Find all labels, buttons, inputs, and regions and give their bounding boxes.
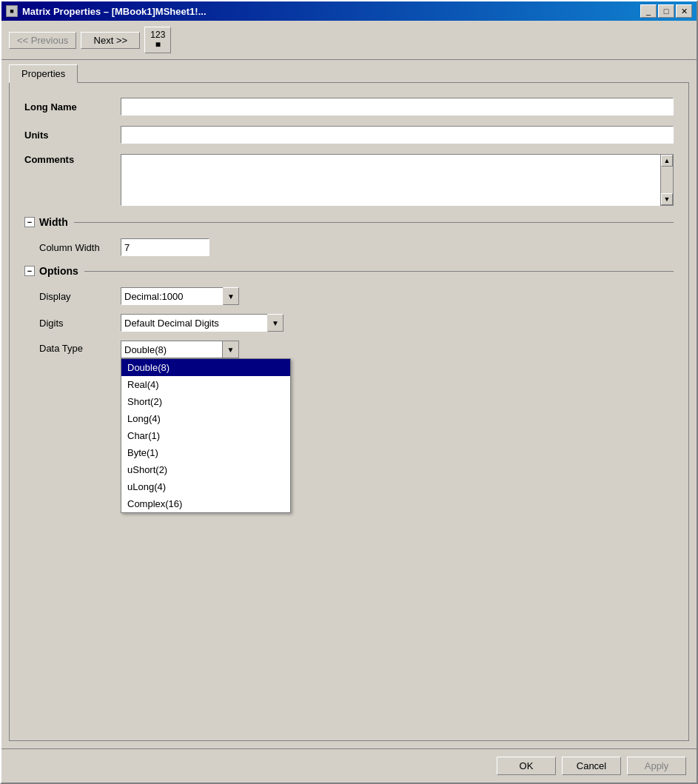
options-section-line — [84, 271, 674, 272]
column-width-input[interactable] — [121, 238, 209, 256]
data-icon: 123■ — [150, 30, 165, 50]
scroll-up-btn[interactable]: ▲ — [661, 155, 673, 167]
data-icon-button[interactable]: 123■ — [144, 27, 171, 53]
title-bar: ■ Matrix Properties – [MBook1]MSheet1!..… — [1, 1, 697, 21]
width-section-title: Width — [39, 216, 68, 228]
display-dropdown-wrapper: Decimal:1000 Decimal:100 Decimal:10 Scie… — [121, 287, 239, 305]
data-type-option-ulong4[interactable]: uLong(4) — [121, 478, 290, 495]
minimize-btn[interactable]: _ — [640, 4, 657, 18]
data-type-option-short2[interactable]: Short(2) — [121, 393, 290, 410]
digits-dropdown-wrapper: Default Decimal Digits 1 2 3 4 5 6 ▼ — [121, 314, 283, 332]
options-collapse-btn[interactable]: − — [24, 266, 35, 276]
units-label: Units — [24, 130, 121, 141]
display-label: Display — [39, 291, 121, 302]
long-name-row: Long Name — [24, 98, 674, 115]
maximize-btn[interactable]: □ — [658, 4, 674, 18]
bottom-bar: OK Cancel Apply — [1, 748, 697, 783]
data-type-selected-value: Double(8) — [121, 343, 222, 357]
scroll-down-btn[interactable]: ▼ — [661, 193, 673, 205]
ok-button[interactable]: OK — [497, 757, 556, 775]
options-section-header: − Options — [24, 265, 674, 277]
toolbar: << Previous Next >> 123■ — [1, 21, 697, 60]
data-type-option-double8[interactable]: Double(8) — [121, 359, 290, 376]
comments-scrollbar: ▲ ▼ — [660, 154, 674, 206]
window-icon: ■ — [6, 5, 18, 17]
cancel-button[interactable]: Cancel — [562, 757, 621, 775]
data-type-dropdown-list: Double(8) Real(4) Short(2) Long(4) Char(… — [121, 358, 291, 513]
data-type-option-long4[interactable]: Long(4) — [121, 410, 290, 427]
digits-label: Digits — [39, 318, 121, 329]
close-btn[interactable]: ✕ — [676, 4, 692, 18]
digits-row: Digits Default Decimal Digits 1 2 3 4 5 … — [24, 314, 674, 332]
apply-button[interactable]: Apply — [627, 757, 686, 775]
data-type-option-complex16[interactable]: Complex(16) — [121, 495, 290, 512]
column-width-label: Column Width — [39, 242, 121, 253]
next-button[interactable]: Next >> — [81, 32, 140, 49]
data-type-option-ushort2[interactable]: uShort(2) — [121, 461, 290, 478]
data-type-dropdown-arrow[interactable]: ▼ — [222, 341, 238, 358]
data-type-row: Data Type Double(8) ▼ Double(8) Real(4) … — [24, 341, 674, 358]
data-type-option-real4[interactable]: Real(4) — [121, 376, 290, 393]
display-select[interactable]: Decimal:1000 Decimal:100 Decimal:10 Scie… — [121, 287, 239, 305]
tab-properties[interactable]: Properties — [9, 64, 78, 83]
data-type-dropdown-btn[interactable]: Double(8) ▼ — [121, 341, 239, 358]
units-row: Units — [24, 126, 674, 144]
data-type-option-char1[interactable]: Char(1) — [121, 427, 290, 444]
display-row: Display Decimal:1000 Decimal:100 Decimal… — [24, 287, 674, 305]
tab-bar: Properties — [1, 60, 697, 82]
digits-select[interactable]: Default Decimal Digits 1 2 3 4 5 6 — [121, 314, 283, 332]
long-name-input[interactable] — [121, 98, 674, 115]
data-type-dropdown-wrapper: Double(8) ▼ Double(8) Real(4) Short(2) L… — [121, 341, 239, 358]
width-section-header: − Width — [24, 216, 674, 228]
comments-row: Comments ▲ ▼ — [24, 154, 674, 206]
data-type-option-byte1[interactable]: Byte(1) — [121, 444, 290, 461]
main-window: ■ Matrix Properties – [MBook1]MSheet1!..… — [0, 0, 698, 784]
window-title: Matrix Properties – [MBook1]MSheet1!... — [22, 6, 207, 17]
comments-label: Comments — [24, 154, 121, 165]
comments-textarea[interactable] — [121, 154, 660, 206]
previous-button[interactable]: << Previous — [9, 32, 76, 49]
title-buttons: _ □ ✕ — [640, 4, 692, 18]
content-panel: Long Name Units Comments ▲ ▼ − Width — [9, 82, 689, 741]
long-name-label: Long Name — [24, 101, 121, 113]
column-width-row: Column Width — [24, 238, 674, 256]
data-type-label: Data Type — [39, 343, 121, 354]
options-section-title: Options — [39, 265, 78, 277]
comments-wrapper: ▲ ▼ — [121, 154, 674, 206]
width-section-line — [74, 222, 674, 223]
units-input[interactable] — [121, 126, 674, 144]
width-collapse-btn[interactable]: − — [24, 217, 35, 227]
